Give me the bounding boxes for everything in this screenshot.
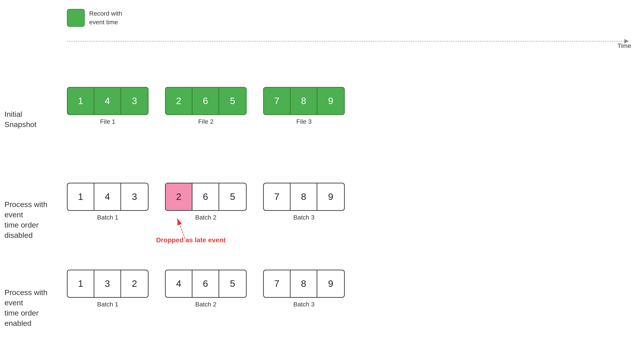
batch3-enabled-label: Batch 3 [294, 301, 315, 308]
b2d-r1-late: 2 [166, 183, 192, 210]
record-2-3: 5 [219, 88, 246, 114]
b2e-r3: 5 [219, 270, 246, 297]
initial-snapshot-label: Initial Snapshot [4, 109, 56, 130]
file-1-label: File 1 [100, 118, 115, 125]
b2d-r3: 5 [219, 183, 246, 210]
batch2-disabled-label: Batch 2 [195, 214, 216, 221]
disabled-label: Process with eventtime order disabled [4, 199, 56, 241]
legend-line2: event time [89, 19, 118, 26]
legend-line1: Record with [89, 10, 122, 17]
batch2-enabled-label: Batch 2 [195, 301, 216, 308]
batch1-enabled-label: Batch 1 [97, 301, 118, 308]
b3d-r3: 9 [317, 183, 344, 210]
b3e-r1: 7 [264, 270, 290, 297]
b2d-r2: 6 [192, 183, 219, 210]
record-3-3: 9 [317, 88, 344, 114]
batch3-disabled-label: Batch 3 [294, 214, 315, 221]
b3e-r3: 9 [317, 270, 344, 297]
record-3-2: 8 [290, 88, 317, 114]
file-1-group: 1 4 3 File 1 [67, 87, 148, 125]
legend-text: Record with event time [89, 9, 122, 26]
time-label: Time [618, 42, 631, 49]
record-1-1: 1 [68, 88, 94, 114]
b1e-r3: 2 [121, 270, 148, 297]
batch2-disabled-group: 2 6 5 Batch 2 [165, 183, 247, 221]
record-3-1: 7 [264, 88, 290, 114]
record-1-2: 4 [94, 88, 121, 114]
file-3-group: 7 8 9 File 3 [263, 87, 345, 125]
b3e-r2: 8 [290, 270, 317, 297]
b1d-r2: 4 [94, 183, 121, 210]
time-axis: Time [67, 39, 629, 43]
b1e-r1: 1 [68, 270, 94, 297]
batch1-disabled-records: 1 4 3 [67, 183, 148, 211]
b3d-r1: 7 [264, 183, 290, 210]
svg-line-1 [177, 218, 185, 239]
batch1-enabled-group: 1 3 2 Batch 1 [67, 270, 148, 308]
file-2-records: 2 6 5 [165, 87, 247, 115]
b1d-r1: 1 [68, 183, 94, 210]
batch3-disabled-records: 7 8 9 [263, 183, 345, 211]
batch2-enabled-group: 4 6 5 Batch 2 [165, 270, 247, 308]
legend: Record with event time [67, 9, 122, 27]
b2e-r2: 6 [192, 270, 219, 297]
enabled-label: Process with eventtime order enabled [4, 288, 56, 329]
file-2-label: File 2 [198, 118, 214, 125]
b2e-r1: 4 [166, 270, 192, 297]
batch2-disabled-records: 2 6 5 [165, 183, 247, 211]
batch1-enabled-records: 1 3 2 [67, 270, 148, 298]
batch3-enabled-group: 7 8 9 Batch 3 [263, 270, 345, 308]
file-1-records: 1 4 3 [67, 87, 148, 115]
batch3-disabled-group: 7 8 9 Batch 3 [263, 183, 345, 221]
b1e-r2: 3 [94, 270, 121, 297]
dropped-annotation: Dropped as late event [156, 236, 226, 244]
time-line [67, 41, 624, 41]
record-1-3: 3 [121, 88, 148, 114]
batch3-enabled-records: 7 8 9 [263, 270, 345, 298]
file-3-label: File 3 [296, 118, 312, 125]
record-2-1: 2 [166, 88, 192, 114]
b3d-r2: 8 [290, 183, 317, 210]
file-3-records: 7 8 9 [263, 87, 345, 115]
batch2-enabled-records: 4 6 5 [165, 270, 247, 298]
legend-record-box [67, 9, 85, 27]
b1d-r3: 3 [121, 183, 148, 210]
batch1-disabled-label: Batch 1 [97, 214, 118, 221]
diagram: Record with event time Time Initial Snap… [0, 0, 644, 351]
batch1-disabled-group: 1 4 3 Batch 1 [67, 183, 148, 221]
file-2-group: 2 6 5 File 2 [165, 87, 247, 125]
record-2-2: 6 [192, 88, 219, 114]
